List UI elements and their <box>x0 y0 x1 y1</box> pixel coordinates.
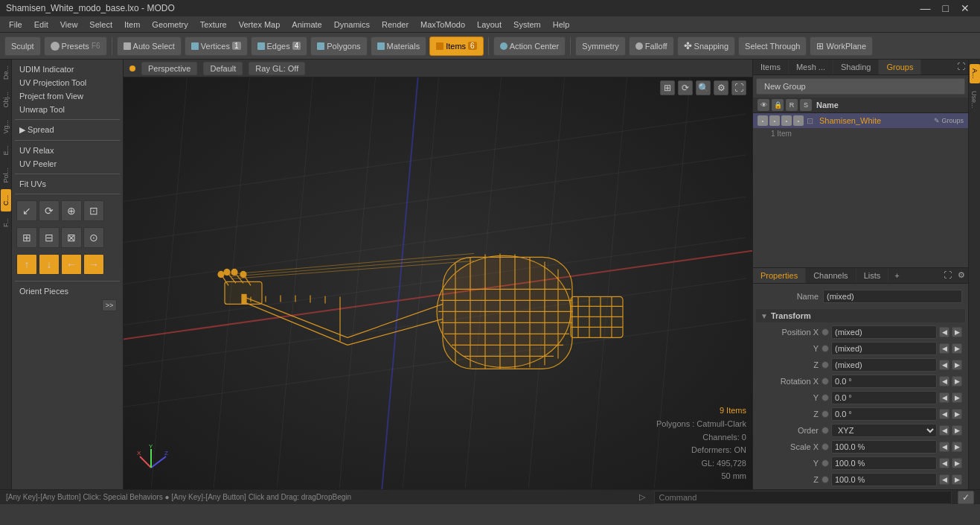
panel-expand-icon[interactable]: ⛶ <box>954 60 968 74</box>
arrow-down-icon-btn[interactable]: ↓ <box>39 254 60 275</box>
polygons-button[interactable]: Polygons <box>310 36 367 56</box>
order-next[interactable]: ▶ <box>952 425 962 436</box>
rot-y-prev[interactable]: ◀ <box>939 392 949 403</box>
tab-channels[interactable]: Channels <box>806 268 856 283</box>
icon-btn-4[interactable]: ⊡ <box>83 200 104 221</box>
rot-y-next[interactable]: ▶ <box>952 392 962 403</box>
tab-shading[interactable]: Shading <box>833 60 879 74</box>
default-btn[interactable]: Default <box>203 62 243 75</box>
scale-z-input[interactable] <box>831 473 937 486</box>
scale-y-prev[interactable]: ◀ <box>939 458 949 468</box>
icon-btn-8[interactable]: ⊙ <box>83 227 104 248</box>
ray-gl-btn[interactable]: Ray GL: Off <box>249 62 305 75</box>
icon-btn-2[interactable]: ⟳ <box>39 200 60 221</box>
presets-button[interactable]: Presets F6 <box>44 36 107 56</box>
menu-item[interactable]: Item <box>118 19 146 31</box>
icon-btn-7[interactable]: ⊠ <box>61 227 82 248</box>
maximize-btn[interactable]: □ <box>938 2 953 14</box>
close-btn[interactable]: ✕ <box>956 2 974 14</box>
item-sub-icon[interactable]: • <box>793 115 804 126</box>
viewport-maximize-icon[interactable]: ⛶ <box>731 80 746 95</box>
uv-relax[interactable]: UV Relax <box>15 144 120 157</box>
header-icon-render[interactable]: R <box>786 99 798 111</box>
order-select[interactable]: XYZ <box>831 424 937 437</box>
perspective-btn[interactable]: Perspective <box>141 62 197 75</box>
edge-tab-obj[interactable]: Obj... <box>0 86 11 114</box>
vertices-button[interactable]: Vertices 1 <box>185 36 248 56</box>
menu-animate[interactable]: Animate <box>286 19 327 31</box>
rot-z-input[interactable] <box>831 407 937 421</box>
icon-btn-3[interactable]: ⊕ <box>61 200 82 221</box>
icon-btn-6[interactable]: ⊟ <box>39 227 60 248</box>
header-icon-sub[interactable]: S <box>800 99 812 111</box>
pos-x-next[interactable]: ▶ <box>952 327 962 337</box>
menu-texture[interactable]: Texture <box>194 19 233 31</box>
rot-x-prev[interactable]: ◀ <box>939 376 949 386</box>
rot-x-next[interactable]: ▶ <box>952 376 962 386</box>
pos-y-prev[interactable]: ◀ <box>939 343 949 354</box>
unwrap-tool[interactable]: Unwrap Tool <box>15 103 120 116</box>
scale-y-input[interactable] <box>831 456 937 470</box>
uv-projection-tool[interactable]: UV Projection Tool <box>15 76 120 89</box>
menu-layout[interactable]: Layout <box>471 19 507 31</box>
tab-mesh[interactable]: Mesh ... <box>789 60 833 74</box>
arrow-up-icon-btn[interactable]: ↑ <box>16 254 37 275</box>
pos-z-prev[interactable]: ◀ <box>939 360 949 370</box>
uv-peeler[interactable]: UV Peeler <box>15 157 120 171</box>
workplane-button[interactable]: ⊞ WorkPlane <box>810 36 873 56</box>
item-render-icon[interactable]: • <box>781 115 792 126</box>
project-from-view[interactable]: Project from View <box>15 89 120 103</box>
symmetry-button[interactable]: Symmetry <box>575 36 626 56</box>
viewport-rotate-icon[interactable]: ⟳ <box>678 80 693 95</box>
menu-select[interactable]: Select <box>83 19 118 31</box>
tab-lists[interactable]: Lists <box>856 268 889 283</box>
menu-dynamics[interactable]: Dynamics <box>328 19 376 31</box>
props-add-btn[interactable]: + <box>888 268 905 283</box>
menu-maxtomodo[interactable]: MaxToModo <box>414 19 471 31</box>
right-edge-tab-use[interactable]: Use... <box>969 85 980 115</box>
viewport[interactable]: Perspective Default Ray GL: Off <box>124 60 752 489</box>
icon-btn-5[interactable]: ⊞ <box>16 227 37 248</box>
edge-tab-vg[interactable]: Vg... <box>0 114 11 140</box>
props-settings-icon[interactable]: ⚙ <box>955 268 968 283</box>
transform-section[interactable]: ▼ Transform <box>756 309 965 322</box>
edge-tab-pol[interactable]: Pol... <box>0 162 11 189</box>
scale-x-next[interactable]: ▶ <box>952 442 962 452</box>
rot-z-next[interactable]: ▶ <box>952 409 962 419</box>
menu-vertex-map[interactable]: Vertex Map <box>233 19 286 31</box>
scale-x-prev[interactable]: ◀ <box>939 442 949 452</box>
props-expand-icon[interactable]: ⛶ <box>941 268 955 283</box>
snapping-button[interactable]: ✤ Snapping <box>677 36 736 56</box>
edge-tab-c[interactable]: C... <box>1 189 11 211</box>
tab-items[interactable]: Items <box>753 60 789 74</box>
tab-groups[interactable]: Groups <box>879 60 921 74</box>
pos-z-input[interactable] <box>831 358 937 372</box>
menu-edit[interactable]: Edit <box>28 19 54 31</box>
falloff-button[interactable]: Falloff <box>629 36 674 56</box>
pos-x-prev[interactable]: ◀ <box>939 327 949 337</box>
name-input[interactable] <box>823 290 962 303</box>
right-edge-tab-a[interactable]: A... <box>970 64 980 83</box>
menu-geometry[interactable]: Geometry <box>146 19 193 31</box>
scale-z-prev[interactable]: ◀ <box>939 474 949 485</box>
action-center-button[interactable]: Action Center <box>493 36 566 56</box>
header-icon-eye[interactable]: 👁 <box>758 99 769 111</box>
command-confirm-btn[interactable]: ✓ <box>958 491 974 504</box>
pos-x-input[interactable] <box>831 325 937 339</box>
item-row-shamisen[interactable]: • • • • ⊡ Shamisen_White ✎ Groups <box>753 113 968 128</box>
udim-indicator[interactable]: UDIM Indicator <box>15 63 120 76</box>
viewport-zoom-icon[interactable]: 🔍 <box>696 80 711 95</box>
arrow-left-icon-btn[interactable]: ← <box>61 254 82 275</box>
pos-y-next[interactable]: ▶ <box>952 343 962 354</box>
scale-x-input[interactable] <box>831 440 937 454</box>
edge-tab-de[interactable]: De... <box>0 60 11 86</box>
arrow-right-icon-btn[interactable]: → <box>83 254 104 275</box>
rot-x-input[interactable] <box>831 375 937 388</box>
menu-view[interactable]: View <box>54 19 84 31</box>
tab-properties[interactable]: Properties <box>753 268 806 283</box>
orient-pieces[interactable]: Orient Pieces <box>15 284 120 298</box>
edges-button[interactable]: Edges 4 <box>251 36 308 56</box>
icon-btn-1[interactable]: ↙ <box>16 200 37 221</box>
item-lock-icon[interactable]: • <box>769 115 780 126</box>
spread-section[interactable]: ▶ Spread <box>15 123 120 137</box>
